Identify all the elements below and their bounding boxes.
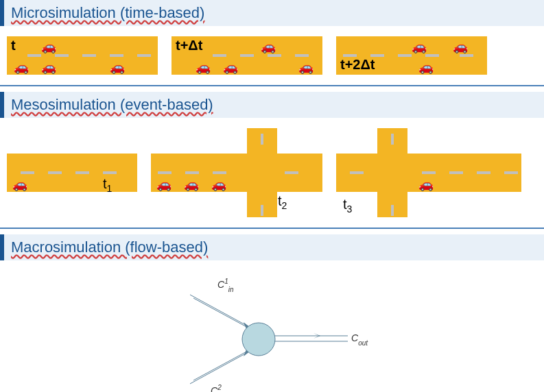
micro-panel-t0: t 🚗 🚗 🚗 🚗 — [7, 36, 158, 75]
microsim-content: t 🚗 🚗 🚗 🚗 t+Δt 🚗 🚗 🚗 🚗 — [0, 33, 544, 86]
macrosim-title: Macrosimulation (flow-based) — [11, 238, 208, 256]
lane-marker — [48, 171, 62, 174]
meso-road-right: 🚗 — [401, 154, 521, 192]
macro-flow-diagram: C1in C2in Cout — [169, 274, 375, 392]
label-cout: Cout — [351, 332, 368, 347]
car-icon: 🚗 — [261, 39, 276, 54]
microsim-header: Microsimulation (time-based) — [0, 0, 544, 26]
microsim-panels-row: t 🚗 🚗 🚗 🚗 t+Δt 🚗 🚗 🚗 🚗 — [7, 36, 537, 75]
label-cin1: C1in — [217, 278, 234, 293]
macrosim-content: C1in C2in Cout — [0, 267, 544, 392]
car-icon: 🚗 — [110, 60, 125, 75]
micro-panel-t1: t+Δt 🚗 🚗 🚗 🚗 — [172, 36, 322, 75]
car-icon: 🚗 — [156, 177, 172, 192]
lane-marker — [477, 171, 490, 174]
meso-road-right — [271, 154, 322, 192]
flow-node — [242, 323, 275, 356]
label-cin2: C2in — [211, 384, 227, 392]
car-icon: 🚗 — [453, 39, 468, 54]
lane-marker — [504, 171, 518, 174]
lane-marker — [398, 54, 412, 57]
car-icon: 🚗 — [41, 39, 56, 54]
car-icon: 🚗 — [418, 60, 434, 75]
time-label-t0: t — [11, 38, 16, 53]
lane-marker — [460, 54, 473, 57]
lane-marker — [268, 54, 281, 57]
mesosim-header: Mesosimulation (event-based) — [0, 92, 544, 118]
lane-marker — [21, 171, 34, 174]
microsim-title: Microsimulation (time-based) — [11, 4, 204, 21]
meso-panel-t2-wrap: 🚗 🚗 🚗 t2 — [151, 128, 322, 217]
car-icon: 🚗 — [41, 60, 56, 75]
lane-marker — [103, 171, 117, 174]
car-icon: 🚗 — [196, 60, 211, 75]
flow-edge-in2 — [190, 351, 250, 384]
lane-marker — [422, 171, 436, 174]
lane-marker-v — [391, 205, 394, 216]
lane-marker — [75, 171, 89, 174]
lane-marker — [425, 54, 439, 57]
time-label-t1: t1 — [103, 176, 112, 194]
mesosim-content: 🚗 t1 🚗 🚗 🚗 t2 — [0, 125, 544, 229]
car-icon: 🚗 — [223, 60, 238, 75]
mesosim-panels-row: 🚗 t1 🚗 🚗 🚗 t2 — [7, 128, 537, 217]
lane-marker — [137, 54, 151, 57]
time-label-t3: t3 — [343, 197, 352, 215]
lane-marker-v — [261, 205, 263, 216]
lane-marker — [295, 54, 309, 57]
lane-marker — [213, 171, 226, 174]
lane-marker — [27, 54, 41, 57]
car-icon: 🚗 — [184, 177, 199, 192]
car-icon: 🚗 — [14, 60, 29, 75]
car-icon: 🚗 — [418, 177, 434, 192]
flow-edge-in2b — [193, 350, 250, 380]
lane-marker — [449, 171, 463, 174]
meso-panel-t3-wrap: 🚗 t3 — [336, 128, 521, 217]
macrosim-header: Macrosimulation (flow-based) — [0, 234, 544, 260]
flow-edge-in1 — [190, 295, 250, 328]
micro-panel-t2: t+2Δt 🚗 🚗 🚗 — [336, 36, 487, 75]
lane-marker — [240, 54, 254, 57]
mesosim-title: Mesosimulation (event-based) — [11, 96, 213, 113]
time-label-t1: t+Δt — [176, 38, 202, 53]
meso-panel-t1-wrap: 🚗 t1 — [7, 128, 137, 217]
lane-marker — [158, 171, 172, 174]
car-icon: 🚗 — [12, 177, 27, 192]
lane-marker — [82, 54, 96, 57]
car-icon: 🚗 — [412, 39, 427, 54]
time-label-t2: t2 — [278, 193, 287, 211]
lane-marker-v — [261, 134, 263, 145]
flow-edge-in1b — [193, 298, 250, 329]
car-icon: 🚗 — [298, 60, 314, 75]
lane-marker — [185, 171, 199, 174]
meso-panel-t1: 🚗 — [7, 154, 137, 192]
lane-marker-v — [391, 134, 394, 145]
car-icon: 🚗 — [211, 177, 226, 192]
lane-marker — [213, 54, 226, 57]
lane-marker — [285, 171, 298, 174]
time-label-t2: t+2Δt — [340, 57, 375, 73]
lane-marker — [110, 54, 123, 57]
lane-marker — [350, 171, 364, 174]
lane-marker — [55, 54, 69, 57]
